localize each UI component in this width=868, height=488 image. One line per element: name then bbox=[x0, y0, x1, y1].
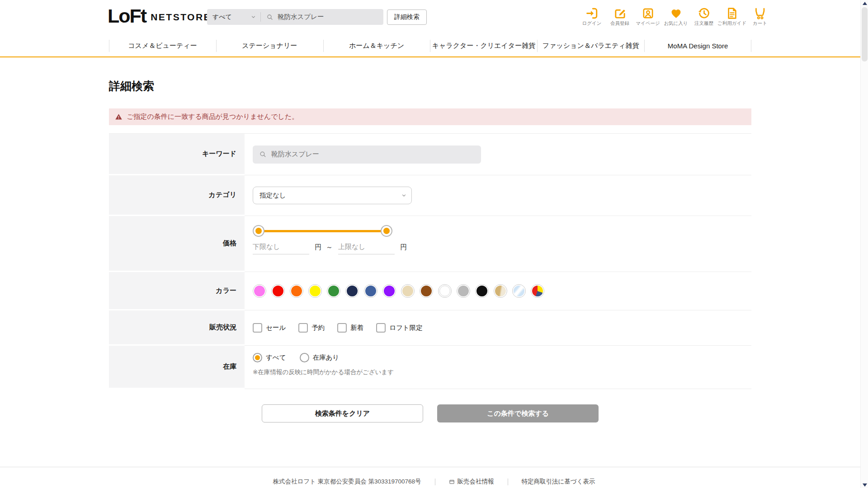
footer: 株式会社ロフト 東京都公安委員会 第303319700768号 販売会社情報 特… bbox=[0, 467, 868, 486]
color-row: カラー bbox=[109, 272, 751, 310]
color-swatch-navy[interactable] bbox=[345, 284, 359, 298]
quick-link-label: ログイン bbox=[582, 20, 602, 27]
sales-status-label: 販売状況 bbox=[109, 310, 245, 346]
advanced-search-button[interactable]: 詳細検索 bbox=[387, 9, 427, 25]
scroll-up-button[interactable] bbox=[861, 0, 868, 6]
quick-link-0[interactable]: ログイン bbox=[578, 6, 606, 27]
color-swatch-fill bbox=[291, 286, 302, 296]
radio-label: すべて bbox=[266, 353, 286, 362]
category-label: カテゴリ bbox=[109, 175, 245, 216]
quick-link-2[interactable]: マイページ bbox=[634, 6, 662, 27]
search-input[interactable]: 靴防水スプレー bbox=[261, 13, 383, 21]
quick-link-3[interactable]: お気に入り bbox=[662, 6, 690, 27]
quick-link-label: 注文履歴 bbox=[694, 20, 713, 27]
scroll-down-button[interactable] bbox=[861, 482, 868, 488]
guide-icon bbox=[726, 6, 739, 20]
color-swatch-fill bbox=[328, 286, 339, 296]
color-swatch-orange[interactable] bbox=[290, 284, 303, 298]
stock-option-0[interactable]: すべて bbox=[253, 353, 286, 362]
color-swatch-silver[interactable] bbox=[512, 284, 526, 298]
nav-item-1[interactable]: ステーショナリー bbox=[216, 35, 323, 56]
price-range-slider[interactable] bbox=[253, 225, 392, 237]
no-results-alert: ご指定の条件に一致する商品が見つかりませんでした。 bbox=[109, 108, 751, 125]
footer-link-1[interactable]: 特定商取引法に基づく表示 bbox=[522, 478, 595, 486]
color-swatch-black[interactable] bbox=[475, 284, 489, 298]
register-icon bbox=[613, 6, 627, 20]
color-swatch-green[interactable] bbox=[327, 284, 340, 298]
quick-link-1[interactable]: 会員登録 bbox=[606, 6, 634, 27]
color-swatches bbox=[253, 284, 544, 298]
footer-separator bbox=[508, 479, 508, 485]
checkbox[interactable] bbox=[376, 323, 386, 333]
keyword-row: キーワード 靴防水スプレー bbox=[109, 134, 751, 175]
quick-link-6[interactable]: カート bbox=[746, 6, 774, 27]
color-swatch-beige[interactable] bbox=[401, 284, 415, 298]
nav-item-5[interactable]: MoMA Design Store bbox=[644, 35, 751, 56]
header-search: すべて 靴防水スプレー 詳細検索 bbox=[207, 9, 427, 25]
checkbox-label: セール bbox=[266, 324, 286, 332]
logo-netstore-text: NETSTORE bbox=[151, 9, 211, 23]
category-select[interactable]: 指定なし bbox=[253, 187, 412, 204]
color-swatch-fill bbox=[402, 286, 413, 296]
color-swatch-fill bbox=[384, 286, 395, 296]
color-swatch-gray[interactable] bbox=[457, 284, 470, 298]
quick-link-5[interactable]: ご利用ガイド bbox=[718, 6, 746, 27]
nav-item-0[interactable]: コスメ＆ビューティー bbox=[109, 35, 216, 56]
color-swatch-blue[interactable] bbox=[364, 284, 377, 298]
sales-status-option-1[interactable]: 予約 bbox=[298, 323, 325, 333]
nav-item-2[interactable]: ホーム＆キッチン bbox=[323, 35, 430, 56]
color-label: カラー bbox=[109, 272, 245, 310]
search-category-select[interactable]: すべて bbox=[207, 9, 260, 25]
checkbox[interactable] bbox=[253, 323, 262, 333]
checkbox[interactable] bbox=[298, 323, 308, 333]
stock-note: ※在庫情報の反映に時間がかかる場合がございます bbox=[253, 368, 751, 376]
search-with-conditions-button[interactable]: この条件で検索する bbox=[437, 404, 599, 422]
keyword-input[interactable]: 靴防水スプレー bbox=[253, 145, 481, 164]
color-swatch-purple[interactable] bbox=[382, 284, 396, 298]
color-swatch-multicolor[interactable] bbox=[531, 284, 544, 298]
quick-link-label: カート bbox=[753, 20, 767, 27]
search-form: キーワード 靴防水スプレー カテゴリ 指定なし 価格 bbox=[109, 133, 751, 389]
sales-status-option-2[interactable]: 新着 bbox=[337, 323, 363, 333]
color-swatch-red[interactable] bbox=[271, 284, 285, 298]
price-separator: ～ bbox=[326, 243, 333, 254]
footer-separator bbox=[435, 479, 435, 485]
search-category-value: すべて bbox=[212, 13, 232, 21]
order-history-icon bbox=[698, 6, 711, 20]
stock-option-1[interactable]: 在庫あり bbox=[300, 353, 340, 362]
loft-logo[interactable]: LoFt NETSTORE bbox=[108, 7, 211, 25]
nav-item-4[interactable]: ファッション＆バラエティ雑貨 bbox=[537, 35, 644, 56]
quick-link-4[interactable]: 注文履歴 bbox=[690, 6, 718, 27]
color-swatch-white[interactable] bbox=[438, 284, 452, 298]
quick-links: ログイン 会員登録 マイページ お気に入り 注文履歴 ご利用ガイド カート bbox=[578, 6, 774, 27]
color-swatch-fill bbox=[495, 286, 506, 296]
footer-link-0[interactable]: 販売会社情報 bbox=[449, 478, 494, 486]
radio-button[interactable] bbox=[300, 353, 309, 362]
cart-icon bbox=[754, 6, 767, 20]
slider-handle-max[interactable] bbox=[381, 225, 392, 237]
color-swatch-gold[interactable] bbox=[494, 284, 507, 298]
footer-company-text: 株式会社ロフト 東京都公安委員会 第303319700768号 bbox=[273, 478, 421, 486]
clear-conditions-button[interactable]: 検索条件をクリア bbox=[262, 404, 423, 422]
slider-handle-min[interactable] bbox=[253, 225, 264, 237]
scrollbar[interactable] bbox=[860, 0, 868, 488]
warning-icon bbox=[115, 113, 123, 121]
checkbox[interactable] bbox=[337, 323, 347, 333]
main-content: 詳細検索 ご指定の条件に一致する商品が見つかりませんでした。 キーワード 靴防水… bbox=[109, 57, 751, 422]
sales-status-option-0[interactable]: セール bbox=[253, 323, 286, 333]
category-navbar: コスメ＆ビューティーステーショナリーホーム＆キッチンキャラクター・クリエイター雑… bbox=[0, 35, 868, 57]
category-value: 指定なし bbox=[259, 191, 286, 200]
color-swatch-pink[interactable] bbox=[253, 284, 266, 298]
price-max-input[interactable]: 上限なし bbox=[338, 243, 395, 254]
slider-track[interactable] bbox=[258, 230, 387, 232]
sales-status-option-3[interactable]: ロフト限定 bbox=[376, 323, 423, 333]
color-swatch-yellow[interactable] bbox=[308, 284, 322, 298]
color-swatch-fill bbox=[514, 286, 524, 296]
nav-item-3[interactable]: キャラクター・クリエイター雑貨 bbox=[430, 35, 537, 56]
price-min-input[interactable]: 下限なし bbox=[253, 243, 309, 254]
radio-button[interactable] bbox=[253, 353, 262, 362]
scrollbar-thumb[interactable] bbox=[862, 7, 868, 61]
scroll-up-arrow-icon bbox=[863, 2, 867, 5]
color-swatch-brown[interactable] bbox=[420, 284, 433, 298]
stock-label: 在庫 bbox=[109, 346, 245, 389]
